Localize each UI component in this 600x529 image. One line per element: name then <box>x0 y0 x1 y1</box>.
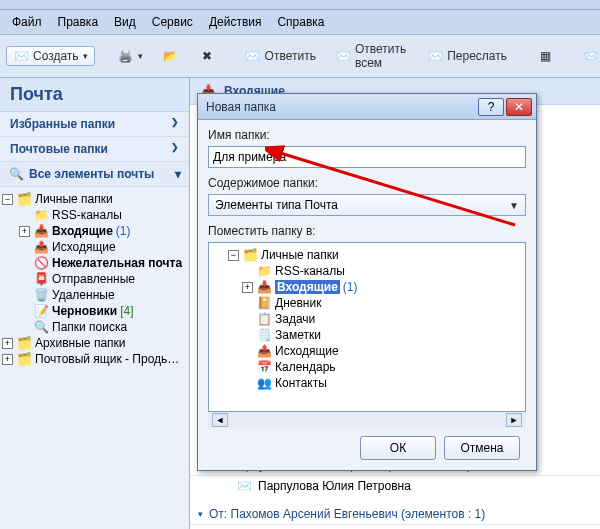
dlg-tree-calendar[interactable]: 📅Календарь <box>211 359 523 375</box>
chevron-down-icon: ▼ <box>509 200 519 211</box>
categorize-icon: ▦ <box>537 49 553 63</box>
dlg-tree-notes[interactable]: 🗒️Заметки <box>211 327 523 343</box>
outbox-icon: 📤 <box>33 240 49 254</box>
menu-help[interactable]: Справка <box>271 13 330 31</box>
tree-row-archive[interactable]: +🗂️Архивные папки <box>2 335 187 351</box>
name-label: Имя папки: <box>208 128 526 142</box>
menu-file[interactable]: Файл <box>6 13 48 31</box>
dlg-tree-rss[interactable]: 📁RSS-каналы <box>211 263 523 279</box>
contents-label: Содержимое папки: <box>208 176 526 190</box>
chevron-down-icon: ▾ <box>138 51 143 61</box>
menu-edit[interactable]: Правка <box>52 13 105 31</box>
reply-icon: ✉️ <box>245 49 261 63</box>
dlg-tree-contacts[interactable]: 👥Контакты <box>211 375 523 391</box>
expand-icon[interactable]: + <box>2 354 13 365</box>
scroll-right-icon[interactable]: ► <box>506 413 522 427</box>
deleted-icon: 🗑️ <box>33 288 49 302</box>
tree-row-inbox[interactable]: +📥Входящие (1) <box>2 223 187 239</box>
delete-icon: ✖ <box>199 49 215 63</box>
dlg-tree-personal[interactable]: −🗂️Личные папки <box>211 247 523 263</box>
rss-icon: 📁 <box>33 208 49 222</box>
inbox-icon: 📥 <box>33 224 49 238</box>
cancel-button[interactable]: Отмена <box>444 436 520 460</box>
expand-icon[interactable]: + <box>2 338 13 349</box>
nav-title: Почта <box>0 78 189 112</box>
navigation-pane: Почта Избранные папки❯ Почтовые папки❯ 🔍… <box>0 78 190 529</box>
tree-row-personal[interactable]: −🗂️Личные папки <box>2 191 187 207</box>
message-row[interactable]: ✉️ Парпулова Юлия Петровна <box>190 476 600 496</box>
tree-scrollbar[interactable]: ◄ ► <box>208 412 526 428</box>
create-button[interactable]: ✉️ Создать ▾ <box>6 46 95 66</box>
toolbar-create-label: Создать <box>33 49 79 63</box>
sent-icon: 📮 <box>33 272 49 286</box>
help-icon: ? <box>488 100 495 114</box>
tree-row-rss[interactable]: 📁RSS-каналы <box>2 207 187 223</box>
mail-new-icon: ✉️ <box>13 49 29 63</box>
place-label: Поместить папку в: <box>208 224 526 238</box>
dlg-tree-journal[interactable]: 📔Дневник <box>211 295 523 311</box>
inbox-icon: 📥 <box>256 280 272 294</box>
journal-icon: 📔 <box>256 296 272 310</box>
expand-icon[interactable]: + <box>242 282 253 293</box>
tree-row-deleted[interactable]: 🗑️Удаленные <box>2 287 187 303</box>
mail-folders-section[interactable]: Почтовые папки❯ <box>0 137 189 162</box>
tree-row-search[interactable]: 🔍Папки поиска <box>2 319 187 335</box>
print-icon: 🖨️ <box>118 49 134 63</box>
send-receive-icon: 📨 <box>583 49 598 63</box>
menu-actions[interactable]: Действия <box>203 13 268 31</box>
calendar-icon: 📅 <box>256 360 272 374</box>
collapse-icon[interactable]: − <box>2 194 13 205</box>
reply-all-button[interactable]: ✉️Ответить всем <box>329 39 414 73</box>
notes-icon: 🗒️ <box>256 328 272 342</box>
send-receive-button[interactable]: 📨Отправить и по… <box>576 39 600 73</box>
outbox-icon: 📤 <box>256 344 272 358</box>
collapse-group-icon[interactable]: ▾ <box>198 509 203 519</box>
expand-icon[interactable]: + <box>19 226 30 237</box>
menubar: Файл Правка Вид Сервис Действия Справка <box>0 10 600 35</box>
contents-combo[interactable]: Элементы типа Почта ▼ <box>208 194 526 216</box>
move-button[interactable]: 📂 <box>156 46 186 66</box>
menu-tools[interactable]: Сервис <box>146 13 199 31</box>
new-folder-dialog: Новая папка ? ✕ Имя папки: Содержимое па… <box>197 93 537 471</box>
print-button[interactable]: 🖨️▾ <box>111 46 150 66</box>
forward-button[interactable]: ✉️Переслать <box>420 46 514 66</box>
scroll-left-icon[interactable]: ◄ <box>212 413 228 427</box>
tree-row-outbox[interactable]: 📤Исходящие <box>2 239 187 255</box>
ok-button[interactable]: ОК <box>360 436 436 460</box>
forward-icon: ✉️ <box>427 49 443 63</box>
chevron-down-icon: ▾ <box>83 51 88 61</box>
group-row[interactable]: ▾ От: Пахомов Арсений Евгеньевич (элемен… <box>190 504 600 525</box>
message-row[interactable]: ✉️ Пахомов Арсений Евгеньевич <box>190 525 600 529</box>
categorize-button[interactable]: ▦ <box>530 46 560 66</box>
close-icon: ✕ <box>514 100 524 114</box>
folder-tree: −🗂️Личные папки 📁RSS-каналы +📥Входящие (… <box>0 187 189 371</box>
chevron-down-icon: ▾ <box>175 167 181 181</box>
contacts-icon: 👥 <box>256 376 272 390</box>
folder-root-icon: 🗂️ <box>16 192 32 206</box>
all-items-button[interactable]: 🔍Все элементы почты ▾ <box>0 162 189 187</box>
tree-row-mailbox[interactable]: +🗂️Почтовый ящик - Продь… <box>2 351 187 367</box>
delete-button[interactable]: ✖ <box>192 46 222 66</box>
help-button[interactable]: ? <box>478 98 504 116</box>
dlg-tree-tasks[interactable]: 📋Задачи <box>211 311 523 327</box>
dialog-title: Новая папка <box>206 100 276 114</box>
drafts-icon: 📝 <box>33 304 49 318</box>
junk-icon: 🚫 <box>33 256 49 270</box>
favorites-section[interactable]: Избранные папки❯ <box>0 112 189 137</box>
tree-row-drafts[interactable]: 📝Черновики [4] <box>2 303 187 319</box>
move-icon: 📂 <box>163 49 179 63</box>
reply-button[interactable]: ✉️Ответить <box>238 46 323 66</box>
menu-view[interactable]: Вид <box>108 13 142 31</box>
window-titlebar <box>0 0 600 10</box>
tree-row-junk[interactable]: 🚫Нежелательная почта <box>2 255 187 271</box>
dialog-titlebar[interactable]: Новая папка ? ✕ <box>198 94 536 120</box>
dlg-tree-inbox[interactable]: +📥Входящие (1) <box>211 279 523 295</box>
chevron-icon: ❯ <box>171 142 179 156</box>
close-button[interactable]: ✕ <box>506 98 532 116</box>
dlg-tree-outbox[interactable]: 📤Исходящие <box>211 343 523 359</box>
folder-name-input[interactable] <box>208 146 526 168</box>
collapse-icon[interactable]: − <box>228 250 239 261</box>
tree-row-sent[interactable]: 📮Отправленные <box>2 271 187 287</box>
reply-all-icon: ✉️ <box>336 49 351 63</box>
dialog-tree[interactable]: −🗂️Личные папки 📁RSS-каналы +📥Входящие (… <box>208 242 526 412</box>
